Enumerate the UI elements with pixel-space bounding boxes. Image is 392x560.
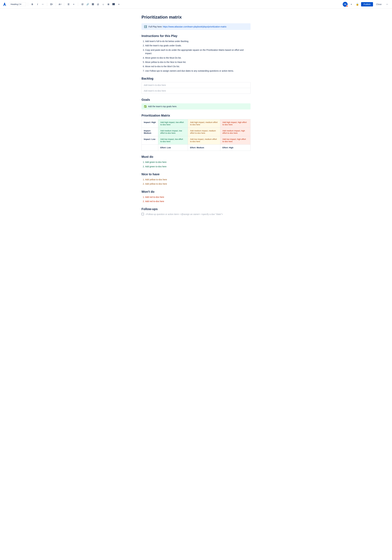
avatar: CK <box>343 2 348 7</box>
mention-icon: @ <box>97 3 99 6</box>
list-item[interactable]: Add green to-dos here <box>145 160 250 164</box>
medium-medium-cell[interactable]: Add medium impact, medium effort to-dos … <box>188 128 220 136</box>
bullet-list-icon: ☰ <box>67 3 69 6</box>
emoji-icon: ☺ <box>102 3 104 6</box>
list-item: Add the team's top goals under Goals. <box>145 44 250 47</box>
italic-button[interactable]: I <box>35 2 40 7</box>
image-icon: 🖼 <box>92 3 94 6</box>
toolbar-divider-2 <box>47 2 47 6</box>
impact-medium-label: Impact: Medium <box>142 128 158 136</box>
list-item: Add team's full to-do list below under B… <box>145 40 250 43</box>
effort-medium-label: Effort: Medium <box>188 145 220 151</box>
impact-high-label: Impact: High <box>142 119 158 128</box>
chevron-down-icon: ▾ <box>20 3 21 5</box>
emoji-button[interactable]: ☺ <box>101 2 106 7</box>
low-medium-cell[interactable]: Add low impact, medium effort to-dos her… <box>188 136 220 145</box>
list-item: Move red to-dos to the Won't Do list. <box>145 65 250 68</box>
page-title[interactable]: Prioritization matrix <box>142 15 250 20</box>
effort-high-label: Effort: High <box>220 145 250 151</box>
low-low-cell[interactable]: Add low impact, low effort to-dos here <box>158 136 188 145</box>
info-box: ℹ️ Full Play here: https://www.atlassian… <box>142 23 250 30</box>
followup-placeholder[interactable]: <Follow-up question or action item> <@as… <box>145 213 223 216</box>
more-options-button[interactable]: ··· <box>385 2 390 7</box>
color-chevron-icon: ▾ <box>60 3 61 5</box>
nice-to-have-list: Add yellow to-dos here Add yellow to-dos… <box>142 178 250 186</box>
table-icon: ⊞ <box>107 3 109 6</box>
color-button[interactable]: A ▾ <box>58 2 62 7</box>
list-item[interactable]: Add yellow to-dos here <box>145 182 250 186</box>
must-do-heading: Must do <box>142 155 250 159</box>
list-item: Copy and paste each to-do under the appr… <box>145 48 250 55</box>
publish-button[interactable]: Publish <box>361 2 373 6</box>
list-item[interactable]: Add green to-dos here <box>145 165 250 168</box>
info-box-text: Full Play here: https://www.atlassian.co… <box>149 25 227 28</box>
list-item: Move green to-dos to the Must Do list. <box>145 56 250 60</box>
effort-low-label: Effort: Low <box>158 145 188 151</box>
color-a-icon: A <box>59 3 60 6</box>
table-row[interactable]: Add team's to-dos here <box>142 88 250 94</box>
columns-button[interactable]: ▉▉ <box>111 2 116 7</box>
wont-do-heading: Won't do <box>142 190 250 193</box>
matrix-table: Impact: High Add high impact, low effort… <box>142 119 250 151</box>
matrix-heading: Prioritization Matrix <box>142 114 250 117</box>
matrix-row-low: Impact: Low Add low impact, low effort t… <box>142 136 250 145</box>
backlog-table: Add team's to-dos here Add team's to-dos… <box>142 82 250 94</box>
backlog-row-2[interactable]: Add team's to-dos here <box>142 88 250 94</box>
list-group: ☰ ≡ <box>66 2 76 7</box>
mention-button[interactable]: @ <box>96 2 100 7</box>
must-do-list: Add green to-dos here Add green to-dos h… <box>142 160 250 168</box>
backlog-row-1[interactable]: Add team's to-dos here <box>142 82 250 88</box>
app-logo <box>2 2 7 6</box>
list-item[interactable]: Add red to-dos here <box>145 195 250 199</box>
list-item: Use Follow-ups to assign owners and due … <box>145 69 250 72</box>
table-row[interactable]: Add team's to-dos here <box>142 82 250 88</box>
align-chevron-icon: ▾ <box>52 3 53 5</box>
list-item[interactable]: Add yellow to-dos here <box>145 178 250 181</box>
high-low-cell[interactable]: Add high impact, low effort to-dos here <box>158 119 188 128</box>
toolbar-divider-5 <box>78 2 78 6</box>
more-options-icon: ··· <box>386 3 388 6</box>
high-medium-cell[interactable]: Add high impact, medium effort to-dos he… <box>188 119 220 128</box>
format-group: B I ··· <box>30 2 45 7</box>
toolbar: Heading 2 ▾ B I ··· ☰ ▾ A ▾ ☰ ≡ ☑ <box>0 0 392 9</box>
restrict-button[interactable]: 🔒 <box>355 2 360 7</box>
align-button[interactable]: ☰ ▾ <box>49 2 54 7</box>
table-button[interactable]: ⊞ <box>106 2 111 7</box>
more-insert-button[interactable]: + <box>116 2 121 7</box>
nice-to-have-heading: Nice to have <box>142 172 250 176</box>
medium-low-cell[interactable]: Add medium impact, low effort to-dos her… <box>158 128 188 136</box>
toolbar-right: CK + 🔒 Publish Close ··· <box>343 2 390 7</box>
bold-button[interactable]: B <box>30 2 35 7</box>
task-button[interactable]: ☑ <box>80 2 85 7</box>
low-high-cell[interactable]: Add low impact, high effort to-dos here <box>220 136 250 145</box>
close-button[interactable]: Close <box>374 2 383 6</box>
info-box-link[interactable]: https://www.atlassian.com/team-playbook/… <box>163 25 227 28</box>
matrix-row-high: Impact: High Add high impact, low effort… <box>142 119 250 128</box>
matrix-corner-cell <box>142 145 158 151</box>
heading-selector[interactable]: Heading 2 ▾ <box>9 2 26 6</box>
goals-heading: Goals <box>142 98 250 101</box>
list-item[interactable]: Add red to-dos here <box>145 200 250 203</box>
image-button[interactable]: 🖼 <box>90 2 95 7</box>
avatar-badge <box>346 5 348 7</box>
goals-box[interactable]: ✅ Add the team's top goals here. <box>142 103 250 110</box>
align-icon: ☰ <box>50 3 52 6</box>
bullet-list-button[interactable]: ☰ <box>66 2 71 7</box>
add-person-icon: + <box>351 3 352 6</box>
goals-placeholder: Add the team's top goals here. <box>148 105 177 108</box>
instructions-list: Add team's full to-do list below under B… <box>142 40 250 72</box>
followups-heading: Follow-ups <box>142 207 250 211</box>
plus-icon: + <box>118 3 119 6</box>
lock-icon: 🔒 <box>356 3 359 6</box>
medium-high-cell[interactable]: Add medium impact, high effort to-dos he… <box>220 128 250 136</box>
page-content: Prioritization matrix ℹ️ Full Play here:… <box>138 9 254 228</box>
link-button[interactable]: 🔗 <box>85 2 90 7</box>
more-format-button[interactable]: ··· <box>40 2 45 7</box>
align-group: ☰ ▾ <box>49 2 54 7</box>
columns-icon: ▉▉ <box>112 3 115 5</box>
high-high-cell[interactable]: Add high impact, high effort to-dos here <box>220 119 250 128</box>
add-collaborator-button[interactable]: + <box>349 2 354 7</box>
numbered-list-button[interactable]: ≡ <box>71 2 76 7</box>
followup-checkbox[interactable] <box>142 213 144 215</box>
instructions-heading: Instructions for this Play <box>142 34 250 38</box>
